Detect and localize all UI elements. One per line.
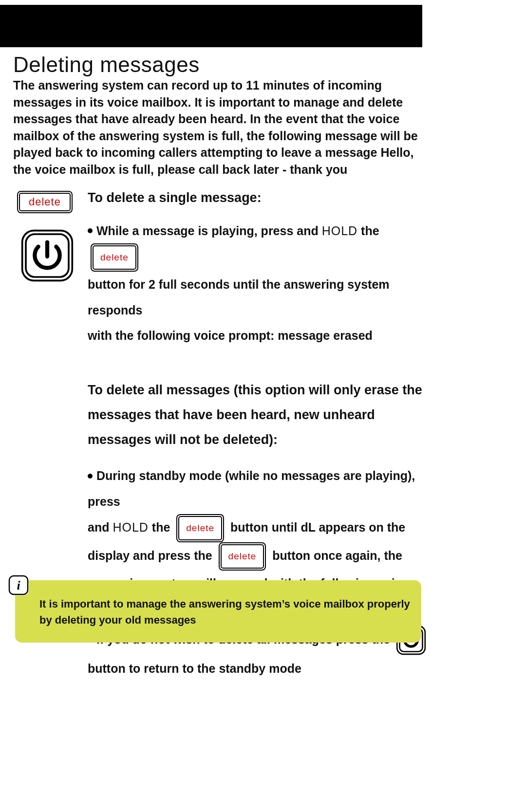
side-delete-button: delete xyxy=(17,191,73,213)
single-heading: To delete a single message: xyxy=(88,191,429,205)
delete-button-inline: delete xyxy=(219,542,266,571)
intro-paragraph: The answering system can record up to 11… xyxy=(13,77,427,178)
side-power-button xyxy=(20,229,74,282)
svg-text:i: i xyxy=(17,578,20,592)
page-title: Deleting messages xyxy=(13,53,200,77)
top-black-bar xyxy=(0,5,422,47)
info-icon: i xyxy=(8,575,29,595)
all-heading: To delete all messages (this option will… xyxy=(88,378,429,453)
power-icon xyxy=(20,229,74,282)
single-step: While a message is playing, press and HO… xyxy=(88,218,429,349)
delete-button-inline: delete xyxy=(176,514,224,542)
bullet-icon xyxy=(88,474,93,479)
delete-button-label: delete xyxy=(93,245,136,270)
delete-button-label: delete xyxy=(178,516,222,540)
bullet-icon xyxy=(88,228,93,233)
info-callout: i It is important to manage the answerin… xyxy=(8,580,421,643)
delete-button: delete xyxy=(17,191,73,213)
delete-button-label: delete xyxy=(19,193,71,211)
callout-text: It is important to manage the answering … xyxy=(39,596,411,628)
delete-button-label: delete xyxy=(221,544,264,569)
delete-button-inline: delete xyxy=(91,243,138,272)
